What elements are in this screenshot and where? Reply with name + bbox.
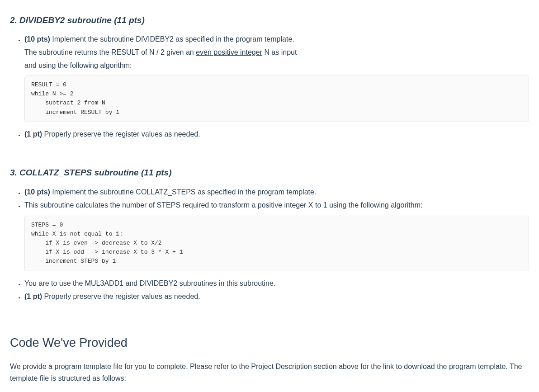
section3-list: (10 pts) Implement the subroutine COLLAT…: [10, 186, 529, 302]
section3-item2: This subroutine calculates the number of…: [24, 199, 529, 271]
section3-code: STEPS = 0 while X is not equal to 1: if …: [24, 216, 529, 271]
section3-item2-text: This subroutine calculates the number of…: [24, 201, 422, 209]
section3-item4-pts: (1 pt): [24, 293, 44, 300]
section2-item1-line3: and using the following algorithm:: [24, 60, 529, 71]
section3-item3: You are to use the MUL3ADD1 and DIVIDEBY…: [24, 278, 529, 289]
section2-item1-pts: (10 pts): [24, 35, 52, 43]
section3-item1: (10 pts) Implement the subroutine COLLAT…: [24, 186, 529, 198]
section2-list: (10 pts) Implement the subroutine DIVIDE…: [10, 33, 529, 140]
section3-heading: 3. COLLATZ_STEPS subroutine (11 pts): [10, 166, 529, 179]
section2-code: RESULT = 0 while N >= 2 subtract 2 from …: [24, 76, 529, 122]
section2-heading: 2. DIVIDEBY2 subroutine (11 pts): [10, 14, 529, 27]
section2-item2-pts: (1 pt): [24, 130, 44, 138]
section2-item1-line1: (10 pts) Implement the subroutine DIVIDE…: [24, 33, 529, 45]
section2-item1: (10 pts) Implement the subroutine DIVIDE…: [24, 33, 529, 122]
provided-para: We provide a program template file for y…: [10, 361, 529, 384]
section2-item1-underline: even positive integer: [196, 48, 262, 56]
section2-item1-line2: The subroutine returns the RESULT of N /…: [24, 47, 529, 58]
section2-item1-line2a: The subroutine returns the RESULT of N /…: [24, 48, 196, 56]
section2-item1-text: Implement the subroutine DIVIDEBY2 as sp…: [52, 35, 294, 43]
section2-item2-text: Properly preserve the register values as…: [44, 130, 200, 138]
section3-item1-text: Implement the subroutine COLLATZ_STEPS a…: [52, 188, 316, 196]
section2-item2: (1 pt) Properly preserve the register va…: [24, 128, 529, 140]
provided-heading: Code We've Provided: [10, 333, 529, 353]
section3-item4: (1 pt) Properly preserve the register va…: [24, 291, 529, 302]
section3-item1-pts: (10 pts): [24, 188, 52, 196]
section2-item1-line2b: N as input: [262, 48, 297, 56]
section3-item4-text: Properly preserve the register values as…: [44, 293, 200, 300]
